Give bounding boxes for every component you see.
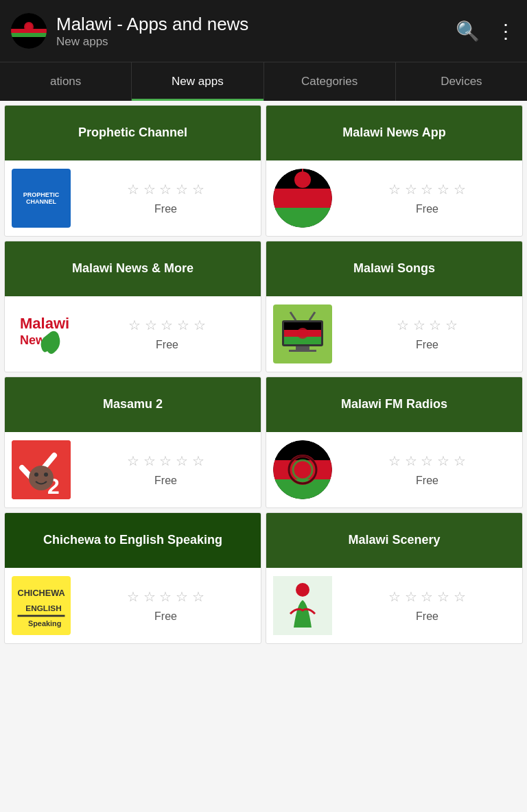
app-title: Malawi News App [342,125,445,141]
svg-point-39 [297,464,308,475]
app-card-malawi-news-app[interactable]: Malawi News App [266,105,523,237]
app-card-header: Malawi FM Radios [266,377,522,432]
tab-new-apps[interactable]: New apps [132,62,264,101]
app-title: Prophetic Channel [78,125,187,141]
app-price: Free [154,203,177,215]
app-title: Malawi Songs [353,261,435,276]
app-title: Chichewa to English Speaking [43,532,222,548]
app-stars: ☆ ☆ ☆ ☆ ☆ [388,181,465,198]
app-card-body: ☆ ☆ ☆ ☆ Free [266,296,522,372]
app-card-body: ☆ ☆ ☆ ☆ ☆ Free [266,432,522,508]
app-stars: ☆ ☆ ☆ ☆ ☆ [127,181,204,198]
svg-point-23 [297,328,308,339]
header-actions: 🔍 ⋮ [456,20,516,43]
app-card-malawi-scenery[interactable]: Malawi Scenery ☆ ☆ ☆ ☆ ☆ Free [266,512,523,644]
more-vert-icon[interactable]: ⋮ [496,20,516,43]
search-icon[interactable]: 🔍 [456,20,480,43]
svg-rect-9 [273,189,332,208]
app-card-header: Malawi Songs [266,241,522,296]
app-logo [11,13,47,49]
app-price: Free [416,610,438,623]
tab-featured[interactable]: ations [0,62,132,101]
app-card-body: CHICHEWA ENGLISH Speaking ☆ ☆ ☆ ☆ ☆ Free [5,568,261,643]
tab-categories[interactable]: Categories [264,62,396,101]
app-grid: Prophetic Channel PROPHETIC CHANNEL ☆ ☆ … [0,101,527,648]
app-card-malawi-news-more[interactable]: Malawi News & More Malawi News ☆ ☆ ☆ ☆ ☆… [4,241,261,372]
app-stars: ☆ ☆ ☆ ☆ ☆ [128,317,205,333]
app-icon-malawi-news: Malawi News [12,303,73,365]
app-meta: ☆ ☆ ☆ ☆ ☆ Free [78,181,254,215]
app-card-body: 2 ☆ ☆ ☆ ☆ ☆ Free [5,432,261,508]
svg-rect-24 [296,346,309,350]
app-card-header: Chichewa to English Speaking [5,513,261,568]
app-stars: ☆ ☆ ☆ ☆ [397,317,458,333]
app-title: Malawi Scenery [348,532,440,548]
svg-rect-3 [11,33,47,37]
app-card-malawi-fm[interactable]: Malawi FM Radios [266,377,523,508]
app-price: Free [154,610,177,623]
app-price: Free [416,475,438,487]
tab-devices[interactable]: Devices [396,62,527,101]
app-meta: ☆ ☆ ☆ ☆ ☆ Free [78,588,254,623]
app-stars: ☆ ☆ ☆ ☆ ☆ [127,588,204,605]
svg-text:ENGLISH: ENGLISH [25,604,61,612]
svg-point-31 [34,473,38,477]
header-title: Malawi - Apps and news [56,14,456,35]
app-card-masamu2[interactable]: Masamu 2 2 ☆ ☆ ☆ ☆ ☆ Free [4,377,261,508]
app-icon-prophetic: PROPHETIC CHANNEL [12,169,71,228]
app-card-body: Malawi News ☆ ☆ ☆ ☆ ☆ Free [5,296,261,372]
app-card-body: ☆ ☆ ☆ ☆ ☆ Free [266,160,522,236]
svg-text:CHICHEWA: CHICHEWA [18,588,65,598]
app-icon-fm-flag [273,440,332,499]
app-stars: ☆ ☆ ☆ ☆ ☆ [388,588,465,605]
app-card-header: Prophetic Channel [5,106,261,160]
app-card-chichewa[interactable]: Chichewa to English Speaking CHICHEWA EN… [4,512,261,644]
app-stars: ☆ ☆ ☆ ☆ ☆ [127,453,204,469]
app-card-header: Malawi Scenery [266,513,522,568]
app-meta: ☆ ☆ ☆ ☆ ☆ Free [78,453,254,487]
svg-rect-45 [18,615,65,617]
header-subtitle: New apps [56,35,456,49]
svg-point-5 [25,23,32,30]
app-title: Malawi News & More [72,261,194,276]
app-title: Malawi FM Radios [341,396,447,412]
app-stars: ☆ ☆ ☆ ☆ ☆ [388,453,465,469]
app-meta: ☆ ☆ ☆ ☆ ☆ Free [80,317,254,351]
svg-point-32 [44,473,48,477]
app-card-header: Malawi News App [266,106,522,160]
app-price: Free [416,339,438,351]
svg-text:Speaking: Speaking [28,619,61,628]
app-card-body: PROPHETIC CHANNEL ☆ ☆ ☆ ☆ ☆ Free [5,160,261,236]
app-icon-tv [273,304,332,363]
app-card-header: Malawi News & More [5,241,261,296]
app-header: Malawi - Apps and news New apps 🔍 ⋮ [0,0,527,62]
app-icon-chichewa: CHICHEWA ENGLISH Speaking [12,576,71,635]
app-card-malawi-songs[interactable]: Malawi Songs [266,241,523,372]
svg-rect-25 [289,350,316,352]
app-icon-flag [273,169,332,228]
app-icon-masamu: 2 [12,440,71,499]
app-price: Free [154,475,177,487]
app-title: Masamu 2 [103,396,163,412]
header-text-group: Malawi - Apps and news New apps [56,14,456,49]
svg-point-12 [296,174,309,186]
app-price: Free [156,339,178,351]
svg-point-48 [296,583,309,597]
app-meta: ☆ ☆ ☆ ☆ ☆ Free [339,453,515,487]
app-price: Free [416,203,438,215]
app-meta: ☆ ☆ ☆ ☆ Free [339,317,515,351]
svg-rect-10 [273,208,332,228]
tabs-nav: ations New apps Categories Devices [0,62,527,101]
app-icon-scenery [273,576,332,635]
app-card-prophetic-channel[interactable]: Prophetic Channel PROPHETIC CHANNEL ☆ ☆ … [4,105,261,237]
app-meta: ☆ ☆ ☆ ☆ ☆ Free [339,181,515,215]
app-card-header: Masamu 2 [5,377,261,432]
svg-text:Malawi: Malawi [20,315,69,332]
app-card-body: ☆ ☆ ☆ ☆ ☆ Free [266,568,522,643]
app-meta: ☆ ☆ ☆ ☆ ☆ Free [339,588,515,623]
svg-point-30 [29,466,54,490]
